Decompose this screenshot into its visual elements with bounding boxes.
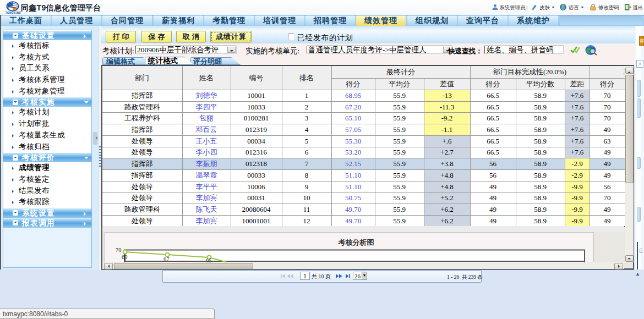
svg-text:67: 67 <box>163 256 170 262</box>
svg-text:69: 69 <box>122 254 128 260</box>
svg-text:70: 70 <box>116 247 122 253</box>
